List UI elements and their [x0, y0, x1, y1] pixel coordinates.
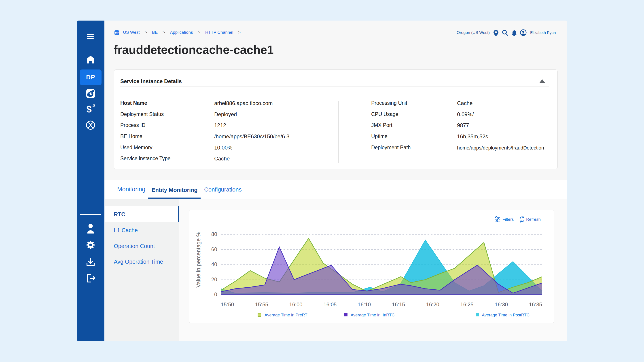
svg-text:16:15: 16:15 [392, 302, 405, 308]
svg-text:16:35: 16:35 [529, 302, 542, 308]
svg-text:15:50: 15:50 [221, 302, 234, 308]
svg-text:60: 60 [211, 247, 217, 252]
svg-text:16:05: 16:05 [324, 302, 337, 308]
svg-text:16:25: 16:25 [460, 302, 474, 308]
svg-text:16:10: 16:10 [358, 302, 371, 308]
svg-text:Value in percentage %: Value in percentage % [195, 232, 202, 288]
svg-text:15:55: 15:55 [255, 302, 268, 308]
svg-text:16:00: 16:00 [289, 302, 302, 308]
svg-text:20: 20 [211, 277, 217, 283]
svg-text:0: 0 [214, 292, 217, 298]
svg-text:16:20: 16:20 [426, 302, 440, 308]
svg-text:16:30: 16:30 [495, 302, 508, 308]
svg-text:Average Time in PostRTC: Average Time in PostRTC [482, 313, 530, 317]
svg-text:Filters: Filters [502, 217, 514, 222]
svg-text:Average Time in InRTC: Average Time in InRTC [350, 313, 395, 317]
svg-text:40: 40 [211, 261, 217, 267]
svg-text:80: 80 [211, 231, 217, 237]
svg-text:Refresh: Refresh [526, 217, 541, 222]
svg-text:Average Time in PreRT: Average Time in PreRT [264, 313, 308, 317]
svg-text:$: $ [86, 104, 92, 115]
